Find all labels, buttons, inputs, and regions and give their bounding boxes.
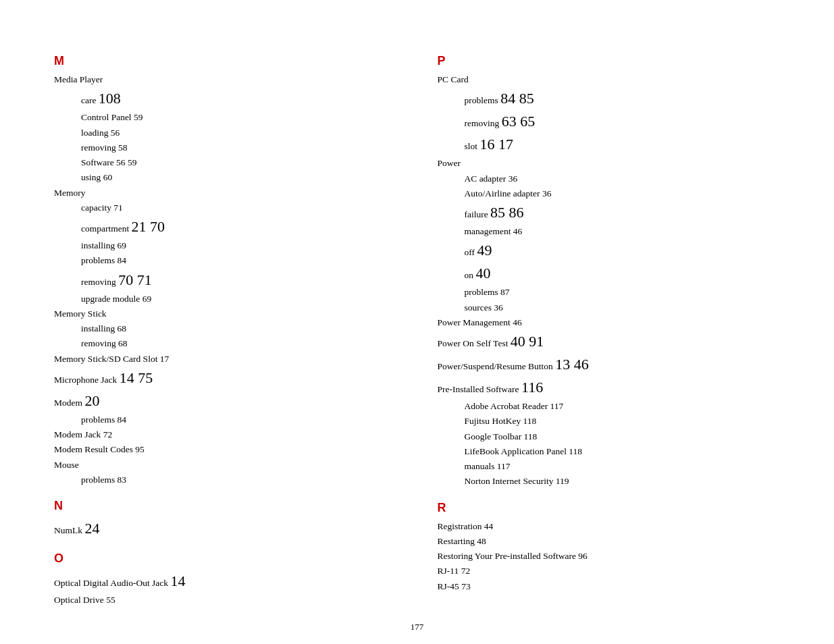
section-letter-n: N: [54, 499, 397, 513]
entry-text: problems 84 85: [438, 95, 534, 105]
entry-text: Memory: [54, 188, 86, 198]
entry-text: installing 69: [54, 240, 126, 250]
entry-power-problems: problems 87: [438, 285, 781, 299]
entry-memory-installing: installing 69: [54, 238, 397, 252]
entry-optical-audio: Optical Digital Audio-Out Jack 14: [54, 570, 397, 592]
entry-text: Fujitsu HotKey 118: [438, 416, 537, 426]
entry-lifebook-app-panel: LifeBook Application Panel 118: [438, 444, 781, 458]
entry-text: sources 36: [438, 302, 503, 313]
entry-modem: Modem 20: [54, 390, 397, 412]
entry-power-suspend-resume: Power/Suspend/Resume Button 13 46: [438, 353, 781, 375]
entry-memory-removing: removing 70 71: [54, 269, 397, 291]
entry-pc-card-problems: problems 84 85: [438, 87, 781, 109]
entry-memory-compartment: compartment 21 70: [54, 215, 397, 238]
entry-memory-capacity: capacity 71: [54, 200, 397, 215]
entry-text: removing 70 71: [54, 277, 152, 287]
entry-text: Microphone Jack 14 75: [54, 375, 153, 385]
entry-norton-internet-security: Norton Internet Security 119: [438, 474, 781, 488]
entry-media-player-control-panel: Control Panel 59: [54, 110, 397, 124]
page-footer: 177: [0, 622, 834, 633]
entry-pre-installed-software: Pre-Installed Software 116: [438, 376, 781, 398]
entry-text: LifeBook Application Panel 118: [438, 446, 583, 456]
entry-modem-jack: Modem Jack 72: [54, 427, 397, 441]
entry-text: Pre-Installed Software 116: [438, 384, 544, 394]
entry-text: problems 83: [54, 475, 126, 485]
entry-text: Memory Stick/SD Card Slot 17: [54, 354, 169, 364]
entry-manuals: manuals 117: [438, 459, 781, 473]
entry-memory-upgrade: upgrade module 69: [54, 292, 397, 306]
entry-media-player-care: care 108: [54, 87, 397, 109]
entry-text: Restarting 48: [438, 536, 486, 546]
entry-text: Auto/Airline adapter 36: [438, 188, 552, 198]
entry-text: Control Panel 59: [54, 112, 143, 122]
entry-text: off 49: [438, 247, 492, 257]
right-column: P PC Card problems 84 85 removing 63 65 …: [438, 54, 781, 619]
entry-registration: Registration 44: [438, 519, 781, 533]
entry-rj45: RJ-45 73: [438, 579, 781, 593]
entry-text: installing 68: [54, 323, 126, 333]
entry-memory-stick: Memory Stick: [54, 306, 397, 321]
entry-text: problems 87: [438, 287, 510, 297]
columns-wrapper: M Media Player care 108 Control Panel 59…: [54, 54, 780, 619]
entry-text: Optical Digital Audio-Out Jack 14: [54, 578, 185, 588]
entry-microphone-jack: Microphone Jack 14 75: [54, 367, 397, 389]
entry-text: problems 84: [54, 255, 126, 265]
section-n: N NumLk 24: [54, 499, 397, 539]
entry-memory: Memory: [54, 186, 397, 200]
entry-text: AC adapter 36: [438, 173, 518, 184]
entry-pc-card-slot: slot 16 17: [438, 133, 781, 155]
entry-adobe-acrobat: Adobe Acrobat Reader 117: [438, 399, 781, 413]
entry-media-player-software: Software 56 59: [54, 155, 397, 169]
section-o: O Optical Digital Audio-Out Jack 14 Opti…: [54, 552, 397, 607]
entry-text: Media Player: [54, 74, 103, 84]
entry-text: Adobe Acrobat Reader 117: [438, 401, 564, 411]
section-r: R Registration 44 Restarting 48 Restorin…: [438, 501, 781, 593]
entry-text: RJ-11 72: [438, 566, 471, 576]
entry-text: removing 58: [54, 142, 128, 153]
entry-modem-problems: problems 84: [54, 412, 397, 427]
entry-text: compartment 21 70: [54, 223, 165, 234]
section-m: M Media Player care 108 Control Panel 59…: [54, 54, 397, 487]
entry-text: Modem Jack 72: [54, 429, 112, 439]
entry-power-on: on 40: [438, 262, 781, 284]
entry-text: Power/Suspend/Resume Button 13 46: [438, 361, 589, 371]
entry-google-toolbar: Google Toolbar 118: [438, 429, 781, 444]
entry-text: Optical Drive 55: [54, 595, 115, 605]
entry-memory-stick-sd: Memory Stick/SD Card Slot 17: [54, 352, 397, 366]
entry-power-off: off 49: [438, 239, 781, 261]
entry-power-failure: failure 85 86: [438, 201, 781, 223]
entry-text: Restoring Your Pre-installed Software 96: [438, 551, 588, 561]
entry-text: using 60: [54, 172, 112, 182]
left-column: M Media Player care 108 Control Panel 59…: [54, 54, 397, 619]
entry-text: Registration 44: [438, 521, 494, 531]
entry-fujitsu-hotkey: Fujitsu HotKey 118: [438, 414, 781, 428]
entry-text: loading 56: [54, 128, 120, 138]
entry-text: Modem Result Codes 95: [54, 444, 145, 454]
entry-text: Mouse: [54, 460, 79, 470]
entry-text: upgrade module 69: [54, 294, 151, 304]
entry-power-ac-adapter: AC adapter 36: [438, 171, 781, 186]
page-number: 177: [411, 622, 424, 632]
entry-modem-result-codes: Modem Result Codes 95: [54, 442, 397, 456]
entry-rj11: RJ-11 72: [438, 564, 781, 578]
entry-text: removing 63 65: [438, 118, 536, 128]
entry-text: Memory Stick: [54, 308, 107, 319]
entry-text: Modem 20: [54, 398, 99, 408]
entry-mouse-problems: problems 83: [54, 473, 397, 487]
entry-text: care 108: [54, 95, 121, 105]
entry-text: removing 68: [54, 338, 128, 348]
entry-pc-card: PC Card: [438, 72, 781, 86]
entry-text: Software 56 59: [54, 157, 136, 167]
entry-text: slot 16 17: [438, 141, 513, 151]
entry-media-player-removing: removing 58: [54, 140, 397, 155]
entry-restoring-preinstalled: Restoring Your Pre-installed Software 96: [438, 549, 781, 563]
entry-memory-problems: problems 84: [54, 253, 397, 267]
entry-text: on 40: [438, 270, 491, 280]
entry-pc-card-removing: removing 63 65: [438, 110, 781, 132]
entry-text: Power: [438, 158, 461, 168]
entry-memory-stick-installing: installing 68: [54, 321, 397, 336]
entry-media-player-using: using 60: [54, 170, 397, 184]
entry-media-player-loading: loading 56: [54, 126, 397, 140]
section-letter-r: R: [438, 501, 781, 515]
entry-text: failure 85 86: [438, 209, 524, 219]
